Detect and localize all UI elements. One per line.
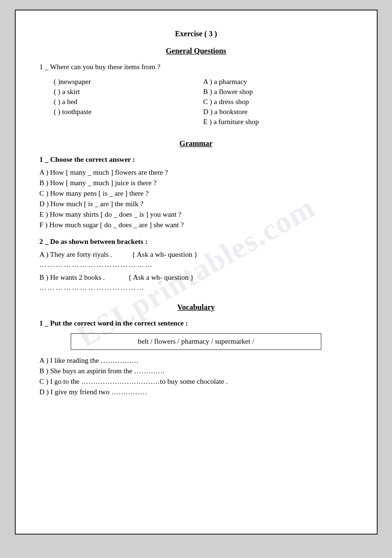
q2-sentence-a: A ) They are forty riyals . bbox=[40, 251, 113, 258]
q2-sentence-b: B ) He wants 2 books . bbox=[40, 274, 105, 281]
section3-title: Vocabulary bbox=[40, 303, 353, 312]
list-item: E ) a furniture shop bbox=[203, 118, 353, 126]
q1-right-column: A ) a pharmacy B ) a flower shop C ) a d… bbox=[203, 78, 353, 128]
section1-title: General Questions bbox=[40, 47, 353, 55]
vocab-item: D ) I give my friend two …………… bbox=[40, 388, 353, 396]
grammar-item: C ) How many pens [ is _ are ] there ? bbox=[40, 190, 353, 198]
grammar-item: A ) How [ many _ much ] flowers are ther… bbox=[40, 168, 353, 177]
list-item: C ) a dress shop bbox=[203, 98, 353, 106]
vocab-item: C ) I go to the ……………………………to buy some c… bbox=[40, 378, 353, 386]
grammar-section: Grammar 1 _ Choose the correct answer : … bbox=[40, 139, 353, 292]
section2-title: Grammar bbox=[40, 139, 353, 148]
q2-instruction-a: { Ask a wh- question } bbox=[132, 251, 197, 258]
grammar-q2-item-b: B ) He wants 2 books . { Ask a wh- quest… bbox=[40, 274, 353, 282]
list-item: ( ) a skirt bbox=[54, 88, 203, 96]
grammar-item: B ) How [ many _ much ] juice is there ? bbox=[40, 179, 353, 187]
q1-left-column: ( )newspaper ( ) a skirt ( ) a bed ( ) t… bbox=[54, 78, 203, 128]
vocab-box: belt / flowers / pharmacy / supermarket … bbox=[71, 333, 321, 350]
grammar-q2-item-a: A ) They are forty riyals . { Ask a wh- … bbox=[40, 251, 353, 259]
content: Exercise ( 3 ) General Questions 1 _ Whe… bbox=[40, 30, 353, 396]
page: ESLprintables.com Exercise ( 3 ) General… bbox=[15, 10, 378, 535]
list-item: ( ) a bed bbox=[54, 98, 203, 106]
exercise-title: Exercise ( 3 ) bbox=[40, 30, 353, 38]
dots-line-a: …………………………………… bbox=[40, 261, 353, 269]
section1-q1-header: 1 _ Where can you buy these items from ? bbox=[40, 63, 353, 71]
list-item: B ) a flower shop bbox=[203, 88, 353, 96]
q2-instruction-b: { Ask a wh- question } bbox=[128, 274, 193, 281]
q1-layout: ( )newspaper ( ) a skirt ( ) a bed ( ) t… bbox=[54, 78, 353, 128]
list-item: D ) a bookstore bbox=[203, 108, 353, 116]
vocab-item: A ) I like reading the ……………. bbox=[40, 357, 353, 365]
grammar-q1-header: 1 _ Choose the correct answer : bbox=[40, 156, 353, 164]
dots-line-b: ………………………………… bbox=[40, 284, 353, 292]
vocab-q1-header: 1 _ Put the correct word in the correct … bbox=[40, 319, 353, 327]
grammar-q2-header: 2 _ Do as shown between brackets : bbox=[40, 238, 353, 246]
grammar-item: F ) How much sugar [ do _ does _ are ] s… bbox=[40, 221, 353, 229]
vocab-item: B ) She buys an aspirin from the …………. bbox=[40, 367, 353, 375]
list-item: A ) a pharmacy bbox=[203, 78, 353, 86]
vocabulary-section: Vocabulary 1 _ Put the correct word in t… bbox=[40, 303, 353, 396]
list-item: ( )newspaper bbox=[54, 78, 203, 86]
grammar-item: D ) How much [ is _ are ] the milk ? bbox=[40, 200, 353, 208]
list-item: ( ) toothpaste bbox=[54, 108, 203, 116]
grammar-item: E ) How many shirts [ do _ does _ is ] y… bbox=[40, 211, 353, 219]
